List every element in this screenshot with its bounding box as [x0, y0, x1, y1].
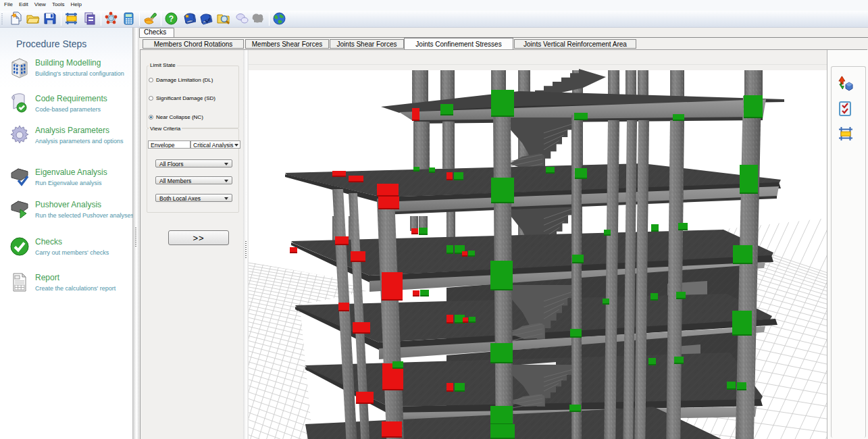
svg-text:?: ?	[169, 14, 174, 24]
